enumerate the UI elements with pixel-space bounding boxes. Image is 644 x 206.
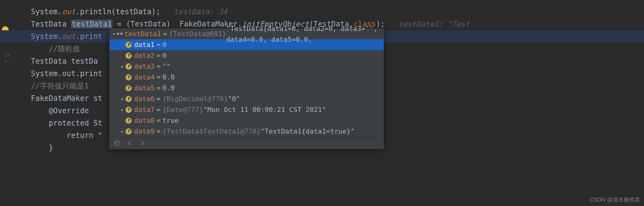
debug-field-row[interactable]: fdata2 = 0 bbox=[109, 50, 384, 61]
field-badge-icon: f bbox=[125, 107, 132, 113]
code-text: System. bbox=[31, 32, 62, 41]
watch-glasses-icon: 👓 bbox=[116, 28, 124, 39]
field-badge-icon: f bbox=[125, 53, 132, 59]
debug-field-row[interactable]: fdata8 = true bbox=[109, 115, 384, 126]
field-badge-icon: f bbox=[125, 128, 132, 135]
code-text: .println(testData); bbox=[76, 7, 161, 16]
equals-sign: = bbox=[156, 104, 160, 115]
equals-sign: = bbox=[156, 50, 160, 61]
field-badge-icon: f bbox=[125, 63, 132, 70]
code-line[interactable]: System.out.println(testData); testData: … bbox=[0, 6, 644, 18]
equals-sign: = bbox=[156, 39, 160, 50]
code-text: @Override bbox=[31, 106, 89, 115]
equals-sign: = bbox=[156, 83, 160, 93]
debug-field-row[interactable]: ▸fdata6 = {BigDecimal@776} "0" bbox=[109, 93, 384, 104]
field-badge-icon: f bbox=[125, 74, 132, 80]
field-name: data4 bbox=[134, 72, 155, 83]
chevron-right-icon[interactable]: ▸ bbox=[119, 93, 125, 104]
equals-sign: = bbox=[156, 126, 160, 137]
debug-field-row[interactable]: fdata4 = 0.0 bbox=[109, 72, 384, 83]
field-value: true bbox=[162, 115, 179, 126]
debug-field-row[interactable]: ▸fdata3 = "" bbox=[109, 61, 384, 72]
code-text: } bbox=[31, 144, 53, 152]
field-name: data6 bbox=[134, 93, 155, 104]
field-name: data8 bbox=[134, 115, 155, 126]
watermark-text: CSDN @清水雅然君 bbox=[590, 196, 640, 204]
code-text: FakeDataMaker st bbox=[31, 94, 102, 103]
field-badge-icon: f bbox=[125, 85, 132, 91]
forward-arrow-icon[interactable] bbox=[140, 141, 146, 146]
chevron-right-icon[interactable]: ▸ bbox=[119, 126, 125, 137]
field-value: "" bbox=[162, 61, 171, 72]
field-value: "TestData1{data1=true}" bbox=[261, 126, 355, 137]
svg-rect-1 bbox=[116, 142, 120, 146]
field-type: {BigDecimal@776} bbox=[162, 93, 228, 104]
inline-debug-hint: testData: 34 bbox=[174, 7, 227, 16]
code-text: .print bbox=[76, 32, 103, 41]
field-value: 0.0 bbox=[162, 72, 175, 83]
chevron-right-icon[interactable]: ▸ bbox=[119, 104, 125, 115]
chevron-right-icon[interactable]: ▸ bbox=[119, 61, 125, 72]
code-text: TestData bbox=[31, 20, 71, 28]
debug-variable-popup[interactable]: ▾ 👓 testData1 = {TestData@691} "TestData… bbox=[109, 28, 384, 149]
set-value-icon[interactable] bbox=[114, 140, 121, 146]
comment: //随机值 bbox=[31, 45, 80, 53]
debug-root-row[interactable]: ▾ 👓 testData1 = {TestData@691} "TestData… bbox=[109, 28, 384, 39]
static-ref: out bbox=[62, 32, 75, 41]
variable-type: {TestData@691} bbox=[169, 28, 226, 39]
code-text: protected St bbox=[31, 119, 102, 127]
code-editor[interactable]: /*~~ System.out.println(testData); testD… bbox=[0, 0, 644, 206]
debug-field-row[interactable]: ▸fdata9 = {TestData$TestData1@778} "Test… bbox=[109, 126, 384, 137]
debug-field-row[interactable]: fdata5 = 0.0 bbox=[109, 83, 384, 93]
variable-name: testData1 bbox=[124, 28, 161, 39]
field-badge-icon: f bbox=[125, 96, 132, 102]
field-badge-icon: f bbox=[125, 42, 132, 48]
highlighted-variable: testData1 bbox=[71, 20, 112, 28]
code-text: System.out.print bbox=[31, 69, 102, 78]
back-arrow-icon[interactable] bbox=[127, 141, 133, 146]
code-text: System. bbox=[31, 7, 62, 16]
code-text: return " bbox=[31, 131, 102, 140]
equals-sign: = bbox=[156, 115, 160, 126]
field-name: data3 bbox=[134, 61, 155, 72]
comment: //字符值只能是1 bbox=[31, 82, 89, 90]
inline-debug-hint: testData1: "Test bbox=[398, 20, 470, 28]
equals-sign: = bbox=[163, 28, 167, 39]
equals-sign: = bbox=[156, 93, 160, 104]
field-value: "Mon Oct 11 00:00:21 CST 2021" bbox=[203, 104, 326, 115]
field-value: 0 bbox=[162, 50, 166, 61]
field-value: 0.0 bbox=[162, 83, 175, 93]
chevron-down-icon[interactable]: ▾ bbox=[112, 28, 116, 39]
field-name: data2 bbox=[134, 50, 155, 61]
debug-field-row[interactable]: ▸fdata7 = {Date@777} "Mon Oct 11 00:00:2… bbox=[109, 104, 384, 115]
field-name: data7 bbox=[134, 104, 155, 115]
field-name: data9 bbox=[134, 126, 155, 137]
equals-sign: = bbox=[156, 61, 160, 72]
code-text: = (TestData) FakeDataMaker. bbox=[112, 20, 242, 28]
field-name: data5 bbox=[134, 83, 155, 93]
field-name: data1 bbox=[134, 39, 155, 50]
debug-popup-toolbar bbox=[109, 137, 384, 149]
field-value: 0 bbox=[162, 39, 166, 50]
field-type: {TestData$TestData1@778} bbox=[162, 126, 261, 137]
field-badge-icon: f bbox=[125, 118, 132, 124]
code-text: TestData testDa bbox=[31, 57, 98, 66]
field-value: "0" bbox=[228, 93, 240, 104]
field-type: {Date@777} bbox=[162, 104, 203, 115]
static-ref: out bbox=[62, 7, 75, 16]
variable-value: "TestData{data1=0, data2=0, data3='', da… bbox=[226, 23, 384, 45]
equals-sign: = bbox=[156, 72, 160, 83]
